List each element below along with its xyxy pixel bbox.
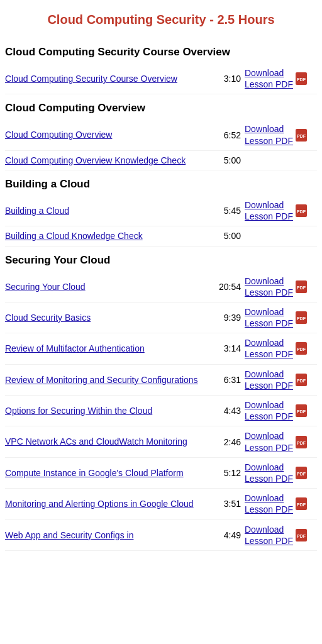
lesson-title[interactable]: Review of Monitoring and Security Config… bbox=[5, 374, 214, 386]
svg-text:PDF: PDF bbox=[297, 347, 306, 352]
svg-text:PDF: PDF bbox=[297, 286, 306, 290]
download-label: DownloadLesson PDF bbox=[245, 492, 293, 515]
lesson-download-link[interactable]: DownloadLesson PDF PDF bbox=[245, 492, 317, 515]
lesson-duration: 3:51 bbox=[214, 499, 245, 509]
lesson-row: Monitoring and Alerting Options in Googl… bbox=[5, 489, 317, 519]
pdf-icon: PDF bbox=[296, 497, 307, 510]
lesson-row: Cloud Computing Security Course Overview… bbox=[5, 64, 317, 94]
pdf-icon: PDF bbox=[296, 72, 307, 85]
lesson-duration: 2:46 bbox=[214, 437, 245, 447]
lesson-duration: 20:54 bbox=[214, 282, 245, 292]
svg-text:PDF: PDF bbox=[297, 316, 306, 321]
lesson-download-link[interactable]: DownloadLesson PDF PDF bbox=[245, 337, 317, 360]
lesson-duration: 5:45 bbox=[214, 206, 245, 216]
download-label: DownloadLesson PDF bbox=[245, 275, 293, 298]
section-section-securing: Securing Your CloudSecuring Your Cloud20… bbox=[5, 247, 317, 551]
lesson-row: Building a Cloud Knowledge Check5:00 bbox=[5, 226, 317, 246]
section-header: Cloud Computing Overview bbox=[5, 94, 317, 119]
svg-text:PDF: PDF bbox=[297, 409, 306, 414]
download-label: DownloadLesson PDF bbox=[245, 199, 293, 222]
lesson-row: Review of Monitoring and Security Config… bbox=[5, 365, 317, 396]
lesson-title[interactable]: Cloud Computing Security Course Overview bbox=[5, 73, 214, 84]
section-section-cloud-overview: Cloud Computing OverviewCloud Computing … bbox=[5, 94, 317, 170]
download-label: DownloadLesson PDF bbox=[245, 369, 293, 391]
lesson-download-link[interactable]: DownloadLesson PDF PDF bbox=[245, 306, 317, 329]
lesson-row: Review of Multifactor Authentication3:14… bbox=[5, 333, 317, 364]
pdf-icon: PDF bbox=[296, 342, 307, 355]
lesson-title[interactable]: Securing Your Cloud bbox=[5, 281, 214, 292]
download-label: DownloadLesson PDF bbox=[245, 123, 293, 146]
pdf-icon: PDF bbox=[296, 311, 307, 324]
lesson-title[interactable]: Building a Cloud bbox=[5, 205, 214, 216]
lesson-title[interactable]: Review of Multifactor Authentication bbox=[5, 343, 214, 354]
download-label: DownloadLesson PDF bbox=[245, 399, 293, 422]
lesson-duration: 4:43 bbox=[214, 406, 245, 416]
lesson-download-link[interactable]: DownloadLesson PDF PDF bbox=[245, 369, 317, 391]
lesson-download-link[interactable]: DownloadLesson PDF PDF bbox=[245, 123, 317, 146]
download-label: DownloadLesson PDF bbox=[245, 430, 293, 453]
lesson-row: Securing Your Cloud20:54DownloadLesson P… bbox=[5, 272, 317, 303]
lesson-row: VPC Network ACs and CloudWatch Monitorin… bbox=[5, 426, 317, 457]
lesson-title[interactable]: Web App and Security Configs in bbox=[5, 530, 214, 541]
download-label: DownloadLesson PDF bbox=[245, 337, 293, 360]
lesson-duration: 3:10 bbox=[214, 74, 245, 84]
lesson-row: Cloud Security Basics9:39DownloadLesson … bbox=[5, 303, 317, 333]
pdf-icon: PDF bbox=[296, 436, 307, 448]
section-header: Cloud Computing Security Course Overview bbox=[5, 38, 317, 64]
pdf-icon: PDF bbox=[296, 529, 307, 541]
svg-text:PDF: PDF bbox=[297, 534, 306, 538]
lesson-duration: 6:31 bbox=[214, 375, 245, 385]
page-title: Cloud Computing Security - 2.5 Hours bbox=[5, 6, 317, 38]
lesson-title[interactable]: Monitoring and Alerting Options in Googl… bbox=[5, 498, 214, 509]
svg-text:PDF: PDF bbox=[297, 379, 306, 383]
pdf-icon: PDF bbox=[296, 280, 307, 293]
lesson-download-link[interactable]: DownloadLesson PDF PDF bbox=[245, 399, 317, 422]
download-label: DownloadLesson PDF bbox=[245, 306, 293, 329]
svg-text:PDF: PDF bbox=[297, 134, 306, 138]
lesson-title[interactable]: Building a Cloud Knowledge Check bbox=[5, 230, 214, 242]
lesson-row: Options for Securing Within the Cloud4:4… bbox=[5, 396, 317, 426]
lesson-duration: 5:00 bbox=[214, 155, 245, 165]
pdf-icon: PDF bbox=[296, 467, 307, 479]
section-section-building: Building a CloudBuilding a Cloud5:45Down… bbox=[5, 170, 317, 247]
svg-text:PDF: PDF bbox=[297, 472, 306, 476]
lesson-row: Cloud Computing Overview Knowledge Check… bbox=[5, 151, 317, 170]
section-section-overview: Cloud Computing Security Course Overview… bbox=[5, 38, 317, 94]
download-label: DownloadLesson PDF bbox=[245, 67, 293, 90]
lesson-duration: 4:49 bbox=[214, 530, 245, 540]
lesson-download-link[interactable]: DownloadLesson PDF PDF bbox=[245, 67, 317, 90]
lesson-title[interactable]: Cloud Security Basics bbox=[5, 312, 214, 323]
svg-text:PDF: PDF bbox=[297, 77, 306, 82]
svg-text:PDF: PDF bbox=[297, 502, 306, 507]
lesson-download-link[interactable]: DownloadLesson PDF PDF bbox=[245, 275, 317, 298]
lesson-title[interactable]: VPC Network ACs and CloudWatch Monitorin… bbox=[5, 436, 214, 447]
section-header: Building a Cloud bbox=[5, 170, 317, 196]
lesson-row: Cloud Computing Overview6:52DownloadLess… bbox=[5, 119, 317, 150]
pdf-icon: PDF bbox=[296, 204, 307, 217]
pdf-icon: PDF bbox=[296, 404, 307, 417]
lesson-title[interactable]: Cloud Computing Overview bbox=[5, 129, 214, 140]
lesson-title[interactable]: Options for Securing Within the Cloud bbox=[5, 405, 214, 416]
lesson-duration: 9:39 bbox=[214, 313, 245, 323]
svg-text:PDF: PDF bbox=[297, 209, 306, 214]
lesson-title[interactable]: Cloud Computing Overview Knowledge Check bbox=[5, 155, 214, 166]
lesson-row: Compute Instance in Google's Cloud Platf… bbox=[5, 458, 317, 489]
lesson-download-link[interactable]: DownloadLesson PDF PDF bbox=[245, 462, 317, 484]
lesson-title[interactable]: Compute Instance in Google's Cloud Platf… bbox=[5, 467, 214, 479]
svg-text:PDF: PDF bbox=[297, 441, 306, 445]
download-label: DownloadLesson PDF bbox=[245, 462, 293, 484]
lesson-download-link[interactable]: DownloadLesson PDF PDF bbox=[245, 430, 317, 453]
pdf-icon: PDF bbox=[296, 374, 307, 386]
lesson-duration: 5:12 bbox=[214, 468, 245, 478]
lesson-row: Web App and Security Configs in4:49Downl… bbox=[5, 520, 317, 551]
lesson-duration: 3:14 bbox=[214, 343, 245, 353]
download-label: DownloadLesson PDF bbox=[245, 524, 293, 547]
section-header: Securing Your Cloud bbox=[5, 247, 317, 272]
lesson-download-link[interactable]: DownloadLesson PDF PDF bbox=[245, 199, 317, 222]
lesson-download-link[interactable]: DownloadLesson PDF PDF bbox=[245, 524, 317, 547]
lesson-duration: 5:00 bbox=[214, 231, 245, 241]
lesson-duration: 6:52 bbox=[214, 130, 245, 140]
lesson-row: Building a Cloud5:45DownloadLesson PDF P… bbox=[5, 196, 317, 226]
pdf-icon: PDF bbox=[296, 129, 307, 142]
